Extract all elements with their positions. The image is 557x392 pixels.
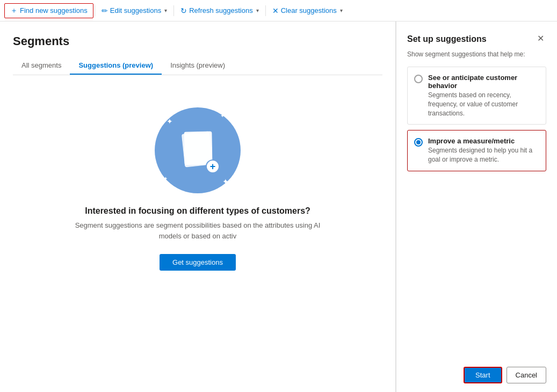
- tab-suggestions-preview[interactable]: Suggestions (preview): [70, 57, 162, 75]
- option-metric-text: Improve a measure/metric Segments design…: [428, 137, 539, 164]
- clear-icon: ✕: [272, 6, 279, 15]
- radio-metric-inner: [416, 140, 421, 144]
- option-behavior-sublabel: Segments based on recency, frequency, or…: [428, 91, 539, 118]
- edit-chevron-icon: ▾: [164, 8, 167, 13]
- tabs-bar: All segments Suggestions (preview) Insig…: [13, 57, 382, 75]
- refresh-suggestions-button[interactable]: ↻ Refresh suggestions ▾: [175, 4, 264, 17]
- illustration-description: Segment suggestions are segment possibil…: [63, 220, 332, 241]
- refresh-icon: ↻: [180, 6, 187, 15]
- option-behavior-text: See or anticipate customer behavior Segm…: [428, 74, 539, 118]
- toolbar-divider-3: [265, 5, 266, 16]
- pages-stack-icon: +: [179, 132, 216, 169]
- refresh-chevron-icon: ▾: [256, 8, 259, 13]
- radio-metric[interactable]: [414, 138, 423, 147]
- start-button[interactable]: Start: [464, 367, 502, 383]
- panel-footer: Start Cancel: [407, 360, 546, 383]
- edit-suggestions-button[interactable]: ✏ Edit suggestions ▾: [96, 4, 172, 17]
- content-area: Segments All segments Suggestions (previ…: [0, 21, 396, 392]
- edit-icon: ✏: [102, 6, 108, 15]
- radio-behavior[interactable]: [414, 75, 423, 83]
- option-metric-card[interactable]: Improve a measure/metric Segments design…: [407, 130, 546, 171]
- panel-description: Show segment suggestions that help me:: [407, 50, 546, 58]
- edit-label: Edit suggestions: [110, 6, 161, 14]
- sparkle-icon-3: ✦: [163, 176, 168, 182]
- sparkle-icon-1: ✦: [167, 117, 173, 126]
- option-behavior-label: See or anticipate customer behavior: [428, 74, 539, 90]
- option-metric-label: Improve a measure/metric: [428, 137, 539, 145]
- add-pages-icon: +: [206, 159, 220, 173]
- right-panel: Set up suggestions ✕ Show segment sugges…: [396, 21, 557, 392]
- option-metric-sublabel: Segments designed to help you hit a goal…: [428, 146, 539, 164]
- clear-chevron-icon: ▾: [340, 8, 343, 13]
- tab-insights-preview[interactable]: Insights (preview): [162, 57, 234, 75]
- illustration-title: Interested in focusing on different type…: [85, 206, 310, 216]
- get-suggestions-button[interactable]: Get suggestions: [160, 254, 236, 271]
- find-new-suggestions-button[interactable]: ＋ Find new suggestions: [4, 3, 93, 18]
- toolbar-divider-1: [95, 5, 95, 16]
- page-sheet-front: [184, 132, 212, 165]
- illustration-circle: ✦ ✦ ✦ ✦ +: [155, 107, 241, 193]
- cancel-button[interactable]: Cancel: [507, 367, 546, 383]
- panel-title: Set up suggestions: [407, 34, 487, 44]
- clear-label: Clear suggestions: [281, 6, 337, 14]
- close-panel-button[interactable]: ✕: [535, 34, 546, 43]
- plus-icon: ＋: [10, 6, 18, 16]
- refresh-label: Refresh suggestions: [189, 6, 253, 14]
- toolbar: ＋ Find new suggestions ✏ Edit suggestion…: [0, 0, 557, 21]
- toolbar-divider-2: [173, 5, 174, 16]
- tab-all-segments[interactable]: All segments: [13, 57, 70, 75]
- main-layout: Segments All segments Suggestions (previ…: [0, 21, 557, 392]
- clear-suggestions-button[interactable]: ✕ Clear suggestions ▾: [267, 4, 348, 17]
- sparkle-icon-4: ✦: [222, 177, 229, 186]
- panel-header: Set up suggestions ✕: [407, 34, 546, 44]
- illustration-area: ✦ ✦ ✦ ✦ + Interested in focusing on diff…: [13, 75, 382, 281]
- option-behavior-card[interactable]: See or anticipate customer behavior Segm…: [407, 67, 546, 125]
- find-new-label: Find new suggestions: [20, 6, 88, 14]
- page-title: Segments: [13, 34, 382, 48]
- sparkle-icon-2: ✦: [220, 113, 225, 119]
